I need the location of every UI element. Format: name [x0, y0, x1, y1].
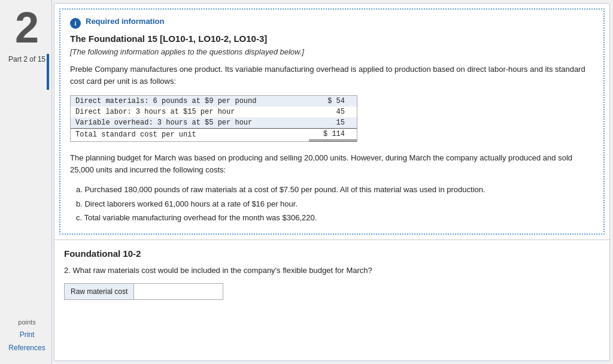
list-item: a. Purchased 180,000 pounds of raw mater…: [76, 184, 594, 196]
cost-table-row: Direct labor: 3 hours at $15 per hour45: [71, 107, 357, 117]
list-items: a. Purchased 180,000 pounds of raw mater…: [70, 184, 594, 224]
part-label: Part 2 of 15: [8, 55, 45, 63]
italic-note: [The following information applies to th…: [70, 47, 594, 56]
required-info-label: Required information: [86, 17, 164, 26]
blue-accent-bar: [47, 54, 49, 90]
info-header: i Required information: [70, 17, 594, 29]
cost-table-row: Variable overhead: 3 hours at $5 per hou…: [71, 117, 357, 129]
input-label: Raw material cost: [64, 283, 133, 300]
cost-label: Direct labor: 3 hours at $15 per hour: [71, 107, 309, 117]
main-content: i Required information The Foundational …: [54, 3, 610, 361]
page-number: 2: [15, 6, 39, 49]
raw-material-cost-input[interactable]: [133, 283, 223, 300]
cost-table-wrapper: Direct materials: 6 pounds at $9 per pou…: [70, 95, 357, 142]
top-section: i Required information The Foundational …: [59, 8, 605, 235]
total-amount: $ 114: [309, 129, 357, 141]
cost-table-total-row: Total standard cost per unit$ 114: [71, 129, 357, 141]
references-link[interactable]: References: [8, 344, 45, 352]
cost-label: Variable overhead: 3 hours at $5 per hou…: [71, 117, 309, 129]
vertical-divider: [51, 0, 52, 364]
question-text: 2. What raw materials cost would be incl…: [64, 265, 600, 277]
cost-label: Direct materials: 6 pounds at $9 per pou…: [71, 96, 309, 107]
list-item: b. Direct laborers worked 61,000 hours a…: [76, 198, 594, 210]
input-row: Raw material cost: [64, 283, 600, 300]
sidebar: 2 Part 2 of 15 points Print References: [0, 0, 54, 364]
description-text: Preble Company manufactures one product.…: [70, 63, 594, 87]
cost-table: Direct materials: 6 pounds at $9 per pou…: [71, 96, 357, 141]
cost-table-row: Direct materials: 6 pounds at $9 per pou…: [71, 96, 357, 107]
sidebar-bottom: points Print References: [0, 318, 54, 364]
cost-amount: 15: [309, 117, 357, 129]
total-label: Total standard cost per unit: [71, 129, 309, 141]
planning-text: The planning budget for March was based …: [70, 152, 594, 175]
cost-amount: 45: [309, 107, 357, 117]
print-link[interactable]: Print: [20, 330, 35, 339]
bottom-section: Foundational 10-2 2. What raw materials …: [54, 239, 609, 309]
foundational-subtitle: Foundational 10-2: [64, 248, 600, 259]
info-icon: i: [70, 18, 81, 29]
foundational-title: The Foundational 15 [LO10-1, LO10-2, LO1…: [70, 34, 594, 44]
points-label: points: [18, 318, 35, 326]
cost-amount: $ 54: [309, 96, 357, 107]
list-item: c. Total variable manufacturing overhead…: [76, 212, 594, 224]
